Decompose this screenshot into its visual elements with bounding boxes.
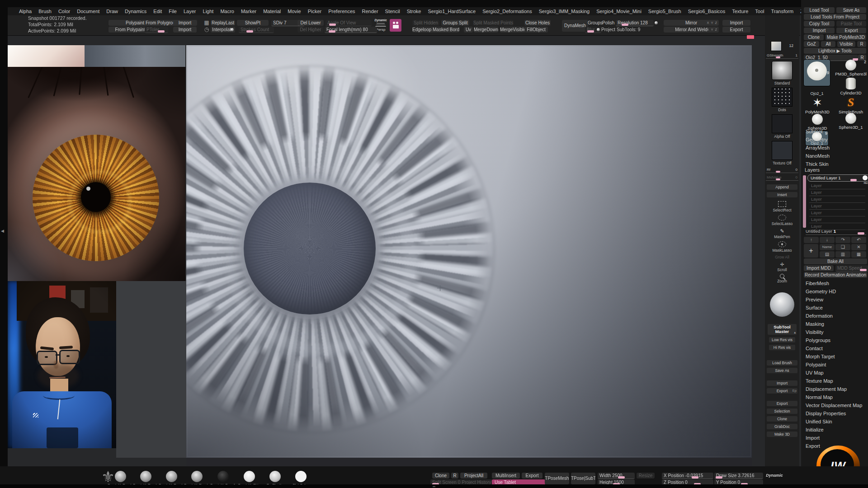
- layer-row[interactable]: Layer: [809, 203, 865, 210]
- layers-toolbar-button[interactable]: +: [804, 244, 818, 258]
- tool-menu-section[interactable]: Geometry: [806, 136, 867, 144]
- menu-item[interactable]: Material: [263, 9, 281, 14]
- shelf-item[interactable]: Save As: [767, 368, 797, 373]
- menu-item[interactable]: Render: [362, 9, 378, 14]
- layers-toolbar-button[interactable]: ▤: [820, 251, 835, 258]
- shelf-item[interactable]: 12: [767, 41, 797, 51]
- menu-item[interactable]: Preferences: [328, 9, 355, 14]
- panel-button[interactable]: Copy Tool: [804, 21, 835, 27]
- tool-menu-section[interactable]: Geometry HD: [806, 287, 867, 296]
- panel-button[interactable]: Paste Tool: [836, 21, 866, 27]
- shelf-item[interactable]: Zoom: [775, 274, 789, 283]
- tool-menu-section[interactable]: Import: [806, 434, 867, 442]
- menu-item[interactable]: Movie: [288, 9, 301, 14]
- shelf-item[interactable]: Texture Off: [767, 141, 797, 165]
- panel-button[interactable]: Visible: [837, 41, 855, 47]
- toolbar-item[interactable]: Edgeloop Masked Border: [412, 27, 459, 33]
- menu-item[interactable]: Texture: [732, 9, 748, 14]
- bottom-toolbar-item[interactable]: Clone: [432, 473, 449, 479]
- layers-action-button[interactable]: MDD Speed: [835, 265, 868, 272]
- tool-menu-section[interactable]: Deformation: [806, 312, 867, 320]
- panel-button[interactable]: Save As: [836, 7, 866, 13]
- toolbar-item[interactable]: ShowPt: [237, 20, 269, 26]
- layers-action-button[interactable]: Bake All: [804, 258, 867, 264]
- shelf-item[interactable]: Insert: [767, 192, 797, 197]
- layers-toolbar-button[interactable]: ▦: [851, 251, 866, 258]
- layer-row[interactable]: Layer: [809, 210, 865, 216]
- shelf-item[interactable]: Standard: [767, 61, 797, 85]
- panel-button[interactable]: Lightbox ▶ Tools: [804, 48, 866, 54]
- panel-button[interactable]: Import: [804, 28, 835, 33]
- shelf-item[interactable]: Append: [767, 184, 797, 190]
- left-tray-toggle-icon[interactable]: ◀: [1, 229, 4, 233]
- menu-item[interactable]: Alpha: [19, 9, 32, 14]
- bottom-toolbar-item[interactable]: TPoseMesh: [545, 473, 569, 484]
- menu-item[interactable]: Document: [77, 9, 99, 14]
- shelf-item[interactable]: Load Brush: [767, 360, 797, 366]
- shelf-item[interactable]: Scroll: [775, 262, 789, 272]
- active-layer-slider-handle[interactable]: [850, 179, 857, 181]
- shelf-item[interactable]: SubTool Master: [768, 324, 797, 335]
- menu-item[interactable]: Stroke: [407, 9, 421, 14]
- menu-item[interactable]: Brush: [38, 9, 52, 14]
- tool-thumbnail[interactable]: PolyMesh3D: [803, 97, 832, 114]
- tool-menu-section[interactable]: FiberMesh: [806, 279, 867, 287]
- tool-menu-section[interactable]: Preview: [806, 296, 867, 304]
- axis-toggle-xyz[interactable]: X Y Z: [707, 27, 717, 33]
- menu-item[interactable]: Sergio6_Basicos: [688, 9, 726, 14]
- panel-button[interactable]: Load Tools From Project: [804, 14, 866, 20]
- layer-intensity-slider[interactable]: Untitled Layer1: [806, 229, 866, 235]
- panel-button[interactable]: Export: [836, 28, 866, 33]
- toolbar-item[interactable]: Blur: [585, 27, 601, 33]
- bottom-toolbar-item[interactable]: Width 2500: [598, 473, 635, 479]
- menu-item[interactable]: Sergio2_Deformations: [482, 9, 532, 14]
- axis-toggle-xyz[interactable]: X Y Z: [707, 20, 717, 26]
- layers-action-button[interactable]: Import MDD: [804, 265, 834, 271]
- toolbar-item[interactable]: Export: [722, 27, 750, 33]
- menu-item[interactable]: Marker: [241, 9, 256, 14]
- menu-item[interactable]: Stencil: [385, 9, 400, 14]
- shelf-item[interactable]: SelectRect: [767, 201, 797, 212]
- toolbar-item[interactable]: [654, 20, 659, 26]
- toolbar-item[interactable]: Groups: [588, 20, 603, 26]
- bottom-toolbar-item[interactable]: Resize: [637, 473, 655, 479]
- shelf-item[interactable]: Low Res vis: [769, 337, 795, 343]
- tool-thumbnail[interactable]: Cylinder3D: [835, 78, 867, 95]
- layers-toolbar-button[interactable]: ▥: [835, 251, 850, 258]
- menu-item[interactable]: Light: [203, 9, 214, 14]
- toolbar-item[interactable]: Import: [722, 20, 750, 26]
- active-layer-row[interactable]: Untitled Layer 1 REC: [807, 174, 868, 182]
- menu-item[interactable]: Edit: [153, 9, 162, 14]
- shelf-item[interactable]: MaskPen: [767, 228, 797, 239]
- shelf-item[interactable]: GStrength 1: [766, 53, 798, 59]
- tool-menu-section[interactable]: UV Map: [806, 369, 867, 377]
- tool-menu-section[interactable]: Normal Map: [806, 393, 867, 401]
- bottom-toolbar-item[interactable]: X Position -0.03915: [662, 473, 713, 479]
- tool-menu-section[interactable]: Displacement Map: [806, 385, 867, 393]
- layers-section-header[interactable]: Layers: [805, 167, 820, 173]
- toolbar-item[interactable]: Split Hidden: [412, 20, 439, 26]
- tool-thumbnail[interactable]: SimpleBrush: [835, 97, 867, 114]
- layer-slider-handle[interactable]: [858, 232, 864, 235]
- toolbar-item[interactable]: Focal length(mm) 80: [325, 27, 377, 33]
- tool-menu-section[interactable]: Texture Map: [806, 377, 867, 385]
- toolbar-item[interactable]: Del Higher: [297, 27, 324, 33]
- layer-row[interactable]: Layer: [809, 183, 865, 189]
- tool-menu-section[interactable]: Subtool: [806, 127, 867, 136]
- tool-menu-section[interactable]: Masking: [806, 320, 867, 328]
- shelf-item[interactable]: Hi Res vis: [769, 345, 795, 350]
- toolbar-item[interactable]: Polish: [602, 20, 616, 26]
- toolbar-item[interactable]: Interpolate: [211, 27, 235, 33]
- shelf-item[interactable]: MaskLasso: [767, 241, 797, 253]
- layers-toolbar-button[interactable]: ↓: [820, 237, 835, 243]
- bottom-toolbar-item[interactable]: Dynamic: [764, 473, 785, 479]
- toolbar-item[interactable]: Del Lower: [297, 20, 324, 26]
- toolbar-item[interactable]: MergeVisible: [500, 27, 525, 33]
- bottom-toolbar-item[interactable]: Draw Size 3.72616: [714, 473, 763, 479]
- toolbar-item[interactable]: Angle Of View: [326, 20, 372, 26]
- layers-toolbar-button[interactable]: ↷: [835, 237, 850, 243]
- tool-thumbnail[interactable]: 2 PM3D_Sphere3l: [835, 60, 867, 76]
- toolbar-item[interactable]: Split Masked Points: [473, 20, 514, 26]
- tool-menu-section[interactable]: Display Properties: [806, 409, 867, 418]
- panel-button[interactable]: All: [821, 41, 835, 47]
